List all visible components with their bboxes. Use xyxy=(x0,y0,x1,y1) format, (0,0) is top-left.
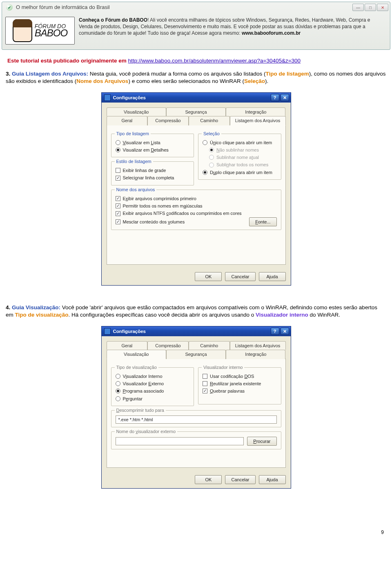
radio-visualizar-detalhes[interactable]: Visualizar em Detalhes xyxy=(116,146,190,154)
checkbox-icon xyxy=(203,381,207,386)
radio-duplo-clique[interactable]: Duplo clique para abrir um item xyxy=(203,169,277,176)
group-tipo-listagem: Tipo de listagem Visualizar em Lista Vis… xyxy=(111,134,194,158)
check-maiusculas[interactable]: Permitir todos os nomes em maiúsculas xyxy=(116,202,277,210)
check-codificacao-dos[interactable]: Usar codificação DOS xyxy=(203,373,277,380)
help-button[interactable]: Ajuda xyxy=(259,475,286,484)
tab-visualizacao[interactable]: Visualização xyxy=(107,107,166,116)
group-visualizador-externo: Nome do visualizador externo Procurar xyxy=(111,431,281,449)
browser-window: ✔ O melhor fórum de informática do Brasi… xyxy=(2,2,390,50)
checkbox-icon xyxy=(116,203,120,208)
browser-body: FÓRUM DO BABOO Conheça o Fórum do BABOO!… xyxy=(2,13,390,49)
procurar-button[interactable]: Procurar xyxy=(247,437,276,446)
radio-icon xyxy=(116,381,120,386)
maximize-button[interactable]: □ xyxy=(365,4,376,11)
check-quebrar-palavras[interactable]: Quebrar palavras xyxy=(203,387,277,395)
radio-icon xyxy=(203,170,207,175)
check-reutilizar-janela[interactable]: Reutilizar janela existente xyxy=(203,380,277,387)
logo-face-icon xyxy=(13,19,32,42)
close-button[interactable]: ✕ xyxy=(377,4,388,11)
check-mesclar-volumes[interactable]: Mesclar conteúdo dos volumes xyxy=(116,218,245,226)
cancel-button[interactable]: Cancelar xyxy=(225,475,255,484)
tab-integracao[interactable]: Integração xyxy=(226,350,285,359)
radio-nao-sublinhar: Não sublinhar nomes xyxy=(203,146,277,154)
page-number: 9 xyxy=(0,529,384,536)
checkbox-icon xyxy=(116,168,120,173)
radio-visualizador-externo[interactable]: Visualizador Externo xyxy=(116,380,190,387)
tab-caminho[interactable]: Caminho xyxy=(189,116,230,125)
check-ntfs-cores[interactable]: Exibir arquivos NTFS codificados ou comp… xyxy=(116,210,277,217)
cancel-button[interactable]: Cancelar xyxy=(225,272,255,281)
ok-button[interactable]: OK xyxy=(195,272,222,281)
tab-integracao[interactable]: Integração xyxy=(226,107,285,116)
descomprimir-input[interactable] xyxy=(116,415,277,424)
checkbox-icon xyxy=(116,196,120,201)
dialog1-buttons: OK Cancelar Ajuda xyxy=(107,272,286,281)
intro-text: Este tutorial está publicado originalmen… xyxy=(7,58,128,64)
promo-text: Conheça o Fórum do BABOO! Ali você encon… xyxy=(79,17,384,37)
checkbox-icon xyxy=(116,176,120,181)
radio-sublinhar-todos: Sublinhar todos os nomes xyxy=(203,161,277,168)
tab-compressao[interactable]: Compressão xyxy=(147,116,189,125)
dialog2-body: Geral Compressão Caminho Listagem dos Ar… xyxy=(102,336,291,488)
check-linhas-grade[interactable]: Exibir linhas de grade xyxy=(116,167,190,174)
radio-icon xyxy=(116,147,120,152)
dialog2-buttons: OK Cancelar Ajuda xyxy=(107,475,286,484)
paragraph-4: 4. Guia Visualização: Você pode 'abrir' … xyxy=(6,304,386,319)
radio-perguntar[interactable]: Perguntar xyxy=(116,395,190,402)
ok-button[interactable]: OK xyxy=(195,475,222,484)
tab-caminho[interactable]: Caminho xyxy=(189,341,230,350)
radio-programa-associado[interactable]: Programa associado xyxy=(116,387,190,395)
dialog2-tabpage: Tipo de visualização Visualizador Intern… xyxy=(107,359,286,468)
tab-listagem-arquivos[interactable]: Listagem dos Arquivos xyxy=(230,116,286,125)
radio-unico-clique[interactable]: Único clique para abrir um item xyxy=(203,139,277,146)
check-selecionar-linha[interactable]: Selecionar linha completa xyxy=(116,174,190,181)
dialog2-tabs: Geral Compressão Caminho Listagem dos Ar… xyxy=(107,341,286,359)
close-icon[interactable]: ✕ xyxy=(281,94,289,101)
source-link[interactable]: http://www.baboo.com.br/absolutenm/anmvi… xyxy=(128,58,301,64)
minimize-button[interactable]: — xyxy=(352,4,364,11)
fonte-button[interactable]: Fonte... xyxy=(249,217,276,226)
dialog1-tabs: Visualização Segurança Integração Geral … xyxy=(107,107,286,125)
close-icon[interactable]: ✕ xyxy=(281,328,289,335)
window-icon xyxy=(104,328,111,335)
dialog2-titlebar: Configurações ? ✕ xyxy=(102,326,291,336)
check-arquivos-primeiro[interactable]: Exibir arquivos comprimidos primeiro xyxy=(116,195,277,202)
help-button[interactable]: ? xyxy=(271,328,279,335)
radio-visualizador-interno[interactable]: Visualizador Interno xyxy=(116,373,190,380)
radio-icon xyxy=(116,389,120,393)
group-estilo-listagem: Estilo de listagem Exibir linhas de grad… xyxy=(111,161,194,185)
help-button[interactable]: ? xyxy=(271,94,279,101)
checkbox-icon xyxy=(203,374,207,379)
visualizador-externo-input[interactable] xyxy=(116,437,244,445)
radio-icon xyxy=(116,374,120,379)
tab-visualizacao[interactable]: Visualização xyxy=(107,350,166,359)
browser-title: O melhor fórum de informática do Brasil xyxy=(16,4,352,11)
forum-logo: FÓRUM DO BABOO xyxy=(5,17,75,45)
radio-icon xyxy=(116,396,120,401)
paragraph-3: 3. Guia Listagem dos Arquivos: Nesta gui… xyxy=(6,70,386,85)
radio-sublinhar-atual: Sublinhar nome atual xyxy=(203,154,277,161)
radio-icon xyxy=(209,163,214,168)
tab-geral[interactable]: Geral xyxy=(107,341,148,350)
radio-icon xyxy=(203,140,207,145)
window-icon xyxy=(104,94,111,101)
group-visualizador-interno: Visualizador interno Usar codificação DO… xyxy=(198,367,281,404)
radio-icon xyxy=(209,147,214,152)
logo-text: FÓRUM DO BABOO xyxy=(35,24,67,37)
dialog1-body: Visualização Segurança Integração Geral … xyxy=(102,103,291,285)
radio-visualizar-lista[interactable]: Visualizar em Lista xyxy=(116,139,190,146)
tab-listagem-arquivos[interactable]: Listagem dos Arquivos xyxy=(230,341,286,350)
dialog-visualizacao: Configurações ? ✕ Geral Compressão Camin… xyxy=(101,326,291,489)
dialog1-tabpage: Tipo de listagem Visualizar em Lista Vis… xyxy=(107,125,286,265)
help-button[interactable]: Ajuda xyxy=(259,272,286,281)
tab-compressao[interactable]: Compressão xyxy=(147,341,189,350)
dialog1-title: Configurações xyxy=(113,95,270,101)
tab-seguranca[interactable]: Segurança xyxy=(166,350,226,359)
radio-icon xyxy=(209,155,214,160)
checkbox-icon xyxy=(203,389,207,393)
favicon-icon: ✔ xyxy=(6,4,13,11)
tab-geral[interactable]: Geral xyxy=(107,116,148,125)
checkbox-icon xyxy=(116,219,120,224)
dialog-listagem-arquivos: Configurações ? ✕ Visualização Segurança… xyxy=(101,92,291,286)
tab-seguranca[interactable]: Segurança xyxy=(166,107,226,116)
